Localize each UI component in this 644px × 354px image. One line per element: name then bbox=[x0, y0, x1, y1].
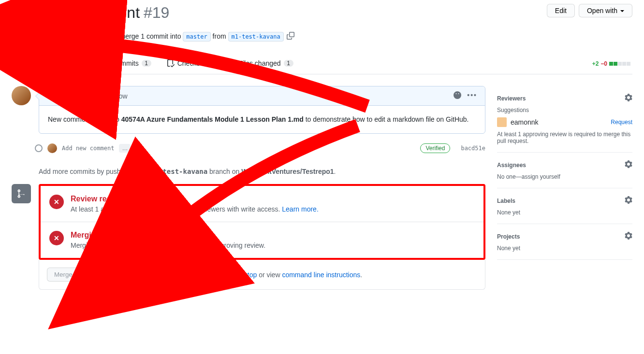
tab-files[interactable]: Files changed 1 bbox=[220, 54, 301, 74]
merge-alt-text: You can also open this in GitHub Desktop… bbox=[132, 271, 362, 279]
merging-blocked-row: ✕ Merging is blocked Merging can be perf… bbox=[41, 222, 483, 258]
merge-status-icon bbox=[12, 184, 31, 203]
comment-discussion-icon bbox=[19, 59, 27, 67]
kebab-menu-icon[interactable]: ••• bbox=[467, 91, 477, 100]
reviewers-gear-icon[interactable] bbox=[625, 94, 632, 103]
suggestions-label: Suggestions bbox=[497, 107, 632, 113]
assignees-gear-icon[interactable] bbox=[625, 160, 632, 170]
reviewers-note: At least 1 approving review is required … bbox=[497, 131, 632, 144]
merge-pull-request-button[interactable]: Merge pull request bbox=[47, 268, 115, 282]
x-circle-icon: ✕ bbox=[49, 231, 64, 245]
base-branch-tag[interactable]: master bbox=[183, 32, 210, 42]
review-required-row: ✕ Review required At least 1 approving r… bbox=[41, 186, 483, 222]
pr-title: Add new comment bbox=[12, 4, 140, 22]
annotation-highlight-open: Open bbox=[12, 27, 59, 46]
push-hint-text: Add more commits by pushing to the m1-te… bbox=[39, 168, 485, 175]
checklist-icon bbox=[167, 59, 175, 67]
head-branch-tag[interactable]: m1-test-kavana bbox=[228, 32, 284, 42]
labels-gear-icon[interactable] bbox=[625, 196, 632, 205]
tab-checks[interactable]: Checks 0 bbox=[159, 54, 220, 74]
x-circle-icon: ✕ bbox=[49, 195, 64, 209]
suggestion-avatar[interactable] bbox=[497, 117, 507, 127]
copy-branch-icon[interactable] bbox=[287, 32, 294, 41]
checks-count: 0 bbox=[203, 60, 212, 67]
assign-yourself-link[interactable]: assign yourself bbox=[522, 173, 560, 180]
learn-more-link[interactable]: Learn more. bbox=[282, 205, 318, 213]
verified-badge[interactable]: Verified bbox=[420, 143, 450, 153]
file-diff-icon bbox=[228, 59, 235, 67]
cli-instructions-link[interactable]: command line instructions bbox=[282, 271, 360, 279]
commit-dot-icon bbox=[35, 144, 43, 152]
assignees-heading: Assignees bbox=[497, 162, 526, 169]
commit-timeline-item: Add new comment … Verified bacd51e bbox=[39, 143, 485, 153]
open-with-button[interactable]: Open with bbox=[579, 4, 632, 17]
comment-header-text: mkavana commented now bbox=[47, 92, 128, 100]
projects-gear-icon[interactable] bbox=[625, 232, 632, 241]
annotation-highlight-merge-panel: ✕ Review required At least 1 approving r… bbox=[39, 184, 485, 260]
author-avatar[interactable] bbox=[12, 86, 31, 105]
request-review-link[interactable]: Request bbox=[611, 119, 632, 126]
state-badge-open: Open bbox=[15, 29, 56, 43]
commits-count: 1 bbox=[142, 60, 151, 67]
labels-heading: Labels bbox=[497, 198, 515, 204]
commit-ellipsis[interactable]: … bbox=[119, 144, 131, 153]
commit-sha[interactable]: bacd51e bbox=[461, 145, 485, 152]
labels-text: None yet bbox=[497, 209, 632, 216]
tab-commits[interactable]: Commits 1 bbox=[93, 54, 159, 74]
commit-message[interactable]: Add new comment bbox=[62, 145, 114, 152]
files-count: 1 bbox=[284, 60, 293, 67]
diff-stats: +2 −0 bbox=[592, 60, 632, 67]
edit-button[interactable]: Edit bbox=[547, 4, 575, 17]
pull-request-icon bbox=[21, 32, 29, 40]
open-desktop-link[interactable]: open this in GitHub Desktop bbox=[173, 271, 257, 279]
comment-body: New comment added to 40574A Azure Fundam… bbox=[39, 106, 485, 133]
commit-icon bbox=[101, 59, 109, 67]
merge-dropdown-button[interactable]: ▾ bbox=[115, 268, 126, 282]
projects-heading: Projects bbox=[497, 233, 520, 240]
reviewers-heading: Reviewers bbox=[497, 95, 526, 102]
commit-author-avatar[interactable] bbox=[47, 143, 57, 153]
projects-text: None yet bbox=[497, 245, 632, 252]
assignees-text: No one—assign yourself bbox=[497, 173, 632, 180]
emoji-react-icon[interactable] bbox=[454, 91, 461, 100]
meta-text: mkavana wants to merge 1 commit into mas… bbox=[62, 32, 284, 40]
conversation-count: 0 bbox=[76, 60, 86, 67]
suggestion-user[interactable]: eamonnk bbox=[511, 118, 539, 126]
pr-description-comment: mkavana commented now ••• New comment ad… bbox=[39, 86, 485, 134]
pr-number: #19 bbox=[144, 4, 169, 22]
tab-conversation[interactable]: Conversation 0 bbox=[12, 54, 93, 74]
